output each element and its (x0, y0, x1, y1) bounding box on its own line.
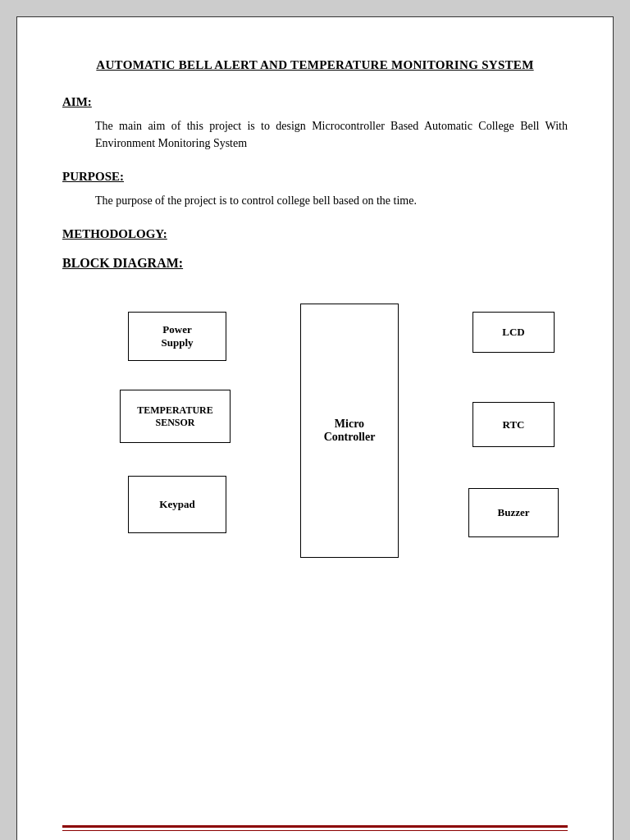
buzzer-label: Buzzer (498, 506, 530, 519)
lcd-label: LCD (502, 326, 524, 339)
power-supply-label: Power Supply (161, 323, 193, 349)
purpose-heading: PURPOSE: (62, 170, 568, 184)
keypad-block: Keypad (128, 476, 226, 533)
block-diagram: Power Supply TEMPERATURE SENSOR Keypad M… (62, 295, 568, 599)
buzzer-block: Buzzer (468, 488, 559, 537)
rtc-block: RTC (472, 402, 555, 447)
power-supply-block: Power Supply (128, 312, 226, 361)
lcd-block: LCD (472, 312, 555, 353)
purpose-body: The purpose of the project is to control… (95, 192, 568, 209)
block-diagram-heading: BLOCK DIAGRAM: (62, 256, 568, 271)
micro-controller-block: Micro Controller (300, 304, 399, 558)
rtc-label: RTC (503, 418, 525, 431)
temperature-sensor-label: TEMPERATURE SENSOR (137, 404, 212, 429)
micro-controller-label: Micro Controller (324, 418, 376, 444)
aim-heading: AIM: (62, 95, 568, 109)
footer-line-thin (62, 830, 568, 832)
aim-body: The main aim of this project is to desig… (95, 117, 568, 152)
temperature-sensor-block: TEMPERATURE SENSOR (120, 390, 231, 443)
footer-decoration (62, 825, 568, 832)
page-title: AUTOMATIC BELL ALERT AND TEMPERATURE MON… (62, 58, 568, 72)
keypad-label: Keypad (159, 498, 194, 511)
footer-line-thick (62, 825, 568, 828)
document-page: AUTOMATIC BELL ALERT AND TEMPERATURE MON… (16, 16, 614, 840)
methodology-heading: METHODOLOGY: (62, 227, 568, 241)
